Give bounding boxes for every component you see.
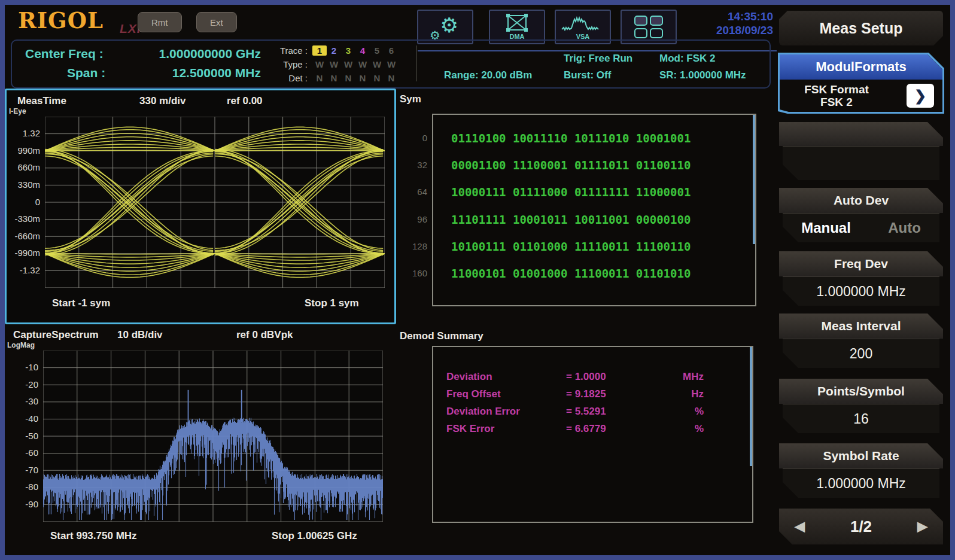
spectrum-y-axis: -10-20 -30-40 -50-60 -70-80 -90 bbox=[6, 361, 38, 510]
eye-y-axis: 1.32990m 660m330m 0-330m -660m-990m -1.3… bbox=[8, 127, 40, 276]
mod-readout: Mod: FSK 2 bbox=[659, 53, 716, 65]
demod-data-box: Deviation = 1.0000 MHz Freq Offset = 9.1… bbox=[432, 346, 753, 523]
softkey-auto-dev[interactable]: Auto Dev Manual Auto bbox=[777, 188, 945, 242]
demod-row: Deviation = 1.0000 MHz bbox=[446, 371, 734, 383]
sym-row-index: 96 bbox=[396, 214, 427, 224]
trace-2[interactable]: 2 bbox=[327, 45, 341, 56]
demod-summary-panel[interactable]: Demod Summary Deviation = 1.0000 MHz Fre… bbox=[394, 324, 774, 552]
sym-row-bits: 01110100 10011110 10111010 10001001 bbox=[451, 132, 691, 145]
demod-name: Freq Offset bbox=[446, 388, 566, 400]
auto-dev-toggle[interactable]: Manual Auto bbox=[783, 220, 939, 236]
span-value[interactable]: 12.500000 MHz bbox=[123, 66, 261, 80]
ext-button[interactable]: Ext bbox=[196, 12, 237, 32]
type-6: W bbox=[384, 59, 399, 69]
demod-scrollbar[interactable] bbox=[750, 347, 752, 466]
spectrum-title: CaptureSpectrum bbox=[13, 329, 99, 341]
freq-dev-label: Freq Dev bbox=[779, 251, 943, 276]
demod-row: FSK Error = 6.6779 % bbox=[446, 423, 734, 435]
sym-row-bits: 11000101 01001000 11100011 01101010 bbox=[451, 267, 691, 280]
auto-dev-label: Auto Dev bbox=[779, 188, 943, 213]
sym-row-index: 64 bbox=[396, 187, 427, 197]
page-prev-icon[interactable]: ◀ bbox=[795, 519, 805, 534]
points-symbol-label: Points/Symbol bbox=[779, 379, 943, 404]
trace-table: Trace : 1 2 3 4 5 6 Type : W W W W W W D… bbox=[274, 44, 399, 85]
trace-label: Trace : bbox=[274, 45, 308, 56]
fsk-format-value: FSK Format FSK 2 bbox=[780, 83, 893, 108]
demod-value: = 1.0000 bbox=[566, 371, 656, 383]
sym-row-index: 32 bbox=[396, 160, 427, 170]
det-1: N bbox=[312, 73, 327, 83]
sym-panel[interactable]: Sym 01110100 10011110 10111010 10001001 … bbox=[394, 89, 774, 321]
spectrum-x-start: Start 993.750 MHz bbox=[50, 530, 137, 542]
clock: 14:35:10 2018/09/23 bbox=[716, 10, 773, 37]
eye-ref: ref 0.00 bbox=[227, 95, 263, 107]
auto-dev-option-manual[interactable]: Manual bbox=[801, 220, 851, 236]
sym-row-bits: 00001100 11100001 01111011 01100110 bbox=[451, 159, 691, 172]
symbol-rate-label: Symbol Rate bbox=[779, 443, 943, 468]
sym-row-bits: 10100111 01101000 11110011 11100110 bbox=[451, 240, 691, 253]
det-3: N bbox=[341, 73, 355, 83]
capture-spectrum-panel[interactable]: CaptureSpectrum 10 dB/div ref 0 dBVpk Lo… bbox=[6, 324, 393, 552]
demod-title: Demod Summary bbox=[400, 330, 483, 342]
demod-value: = 9.1825 bbox=[566, 388, 656, 400]
softkey-empty bbox=[777, 122, 945, 180]
demod-name: FSK Error bbox=[446, 423, 566, 435]
trace-5[interactable]: 5 bbox=[370, 45, 384, 56]
demod-name: Deviation bbox=[446, 371, 566, 383]
type-1: W bbox=[312, 59, 327, 69]
demod-row: Deviation Error = 5.5291 % bbox=[446, 406, 734, 418]
page-indicator: 1/2 bbox=[850, 518, 872, 536]
burst-readout: Burst: Off bbox=[564, 69, 611, 81]
softkey-modulformats[interactable]: ModulFormats FSK Format FSK 2 ❯ bbox=[778, 53, 944, 114]
rmt-button[interactable]: Rmt bbox=[138, 12, 182, 32]
center-freq-label: Center Freq : bbox=[25, 47, 104, 61]
sr-readout: SR: 1.000000 MHz bbox=[659, 69, 746, 81]
eye-title: MeasTime bbox=[17, 95, 66, 107]
settings-gears-icon: ⚙⚙ bbox=[427, 13, 463, 41]
eye-diagram-chart bbox=[45, 117, 385, 288]
meas-interval-value[interactable]: 200 bbox=[783, 339, 939, 368]
type-2: W bbox=[327, 59, 341, 69]
type-5: W bbox=[370, 59, 384, 69]
spectrum-chart bbox=[43, 351, 383, 522]
sym-row-index: 0 bbox=[396, 133, 427, 143]
points-symbol-value[interactable]: 16 bbox=[783, 404, 939, 433]
trace-4[interactable]: 4 bbox=[355, 45, 370, 56]
softkey-points-symbol[interactable]: Points/Symbol 16 bbox=[777, 379, 945, 433]
spectrum-ref: ref 0 dBVpk bbox=[236, 329, 293, 341]
status-divider bbox=[416, 45, 417, 81]
type-label: Type : bbox=[274, 59, 308, 69]
softkey-menu: Meas Setup ModulFormats FSK Format FSK 2… bbox=[777, 5, 945, 555]
submenu-arrow-icon[interactable]: ❯ bbox=[907, 84, 934, 108]
instrument-screen: RIGOL LXI Rmt Ext ⚙⚙ DMA VSA 14:35:10 20… bbox=[5, 5, 950, 555]
demod-unit: % bbox=[656, 423, 704, 435]
eye-x-stop: Stop 1 sym bbox=[305, 297, 359, 309]
softkey-meas-interval[interactable]: Meas Interval 200 bbox=[777, 314, 945, 368]
time: 14:35:10 bbox=[716, 10, 773, 23]
auto-dev-option-auto[interactable]: Auto bbox=[888, 220, 921, 236]
modulformats-header: ModulFormats bbox=[780, 54, 942, 80]
eye-diagram-panel[interactable]: MeasTime 330 m/div ref 0.00 I-Eye 1.3299… bbox=[5, 89, 396, 324]
sym-title: Sym bbox=[400, 93, 421, 105]
symbol-rate-value[interactable]: 1.000000 MHz bbox=[783, 468, 939, 498]
softkey-symbol-rate[interactable]: Symbol Rate 1.000000 MHz bbox=[777, 443, 945, 498]
sym-scrollbar[interactable] bbox=[753, 115, 755, 244]
eye-mode-label: I-Eye bbox=[9, 107, 26, 115]
window-layout-icon bbox=[633, 15, 664, 39]
det-5: N bbox=[370, 73, 384, 83]
eye-scale: 330 m/div bbox=[139, 95, 186, 107]
range-readout: Range: 20.00 dBm bbox=[444, 69, 532, 81]
det-label: Det : bbox=[274, 73, 308, 83]
demod-unit: Hz bbox=[656, 388, 704, 400]
freq-dev-value[interactable]: 1.000000 MHz bbox=[783, 276, 939, 306]
det-6: N bbox=[384, 73, 399, 83]
trace-6[interactable]: 6 bbox=[384, 45, 399, 56]
trace-1[interactable]: 1 bbox=[312, 45, 327, 56]
trace-3[interactable]: 3 bbox=[341, 45, 355, 56]
eye-x-start: Start -1 sym bbox=[52, 297, 110, 309]
type-3: W bbox=[341, 59, 355, 69]
page-next-icon[interactable]: ▶ bbox=[917, 519, 927, 534]
softkey-freq-dev[interactable]: Freq Dev 1.000000 MHz bbox=[777, 251, 945, 306]
center-freq-value[interactable]: 1.000000000 GHz bbox=[123, 47, 261, 61]
sym-row-index: 128 bbox=[396, 241, 427, 251]
